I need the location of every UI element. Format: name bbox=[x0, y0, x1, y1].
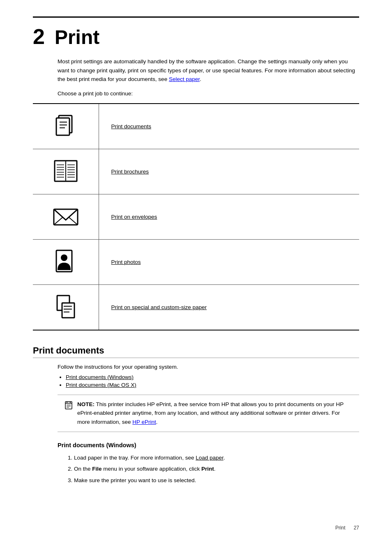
table-row: Print photos bbox=[33, 239, 359, 284]
load-paper-link[interactable]: Load paper bbox=[196, 455, 224, 461]
job-link-cell[interactable]: Print on envelopes bbox=[99, 194, 359, 239]
job-icon-cell bbox=[33, 194, 99, 239]
page-footer: Print 27 bbox=[335, 525, 359, 531]
job-link-cell[interactable]: Print brochures bbox=[99, 149, 359, 194]
note-box: NOTE: This printer includes HP ePrint, a… bbox=[58, 395, 359, 432]
select-paper-link[interactable]: Select paper bbox=[169, 76, 200, 82]
table-row: Print brochures bbox=[33, 149, 359, 194]
intro-paragraph: Most print settings are automatically ha… bbox=[58, 57, 359, 84]
svg-rect-25 bbox=[62, 303, 74, 318]
chapter-title: Print bbox=[55, 28, 99, 47]
choose-text: Choose a print job to continue: bbox=[58, 90, 359, 97]
footer-section: Print bbox=[335, 525, 346, 531]
job-link-cell[interactable]: Print photos bbox=[99, 239, 359, 284]
print-documents-heading: Print documents bbox=[33, 345, 359, 358]
print-documents-link[interactable]: Print documents bbox=[111, 123, 152, 129]
job-icon-cell bbox=[33, 239, 99, 284]
page: 2 Print Most print settings are automati… bbox=[0, 0, 392, 543]
note-text: NOTE: This printer includes HP ePrint, a… bbox=[77, 400, 353, 427]
jobs-table: Print documents bbox=[33, 103, 359, 330]
note-icon bbox=[64, 401, 73, 413]
print-windows-steps: Load paper in the tray. For more informa… bbox=[74, 453, 359, 485]
print-special-link[interactable]: Print on special and custom-size paper bbox=[111, 304, 207, 310]
print-photos-link[interactable]: Print photos bbox=[111, 259, 141, 265]
svg-rect-29 bbox=[65, 402, 72, 409]
footer-page: 27 bbox=[354, 525, 359, 531]
chapter-heading: 2 Print bbox=[33, 26, 359, 47]
chapter-number: 2 bbox=[33, 26, 45, 47]
photos-icon bbox=[51, 247, 80, 276]
job-link-cell[interactable]: Print documents bbox=[99, 104, 359, 149]
print-macosx-link[interactable]: Print documents (Mac OS X) bbox=[66, 382, 136, 388]
print-windows-heading: Print documents (Windows) bbox=[58, 442, 359, 448]
top-border bbox=[33, 16, 359, 18]
note-label: NOTE: bbox=[77, 401, 95, 407]
print-envelopes-link[interactable]: Print on envelopes bbox=[111, 214, 157, 220]
table-row: Print on special and custom-size paper bbox=[33, 284, 359, 330]
list-item: On the File menu in your software applic… bbox=[74, 464, 359, 474]
print-windows-link[interactable]: Print documents (Windows) bbox=[66, 374, 134, 380]
print-documents-bullets: Print documents (Windows) Print document… bbox=[66, 374, 359, 388]
hp-eprint-link[interactable]: HP ePrint bbox=[132, 419, 156, 425]
documents-icon bbox=[51, 111, 80, 140]
envelopes-icon bbox=[51, 202, 80, 231]
job-link-cell[interactable]: Print on special and custom-size paper bbox=[99, 284, 359, 330]
special-icon bbox=[51, 292, 80, 321]
brochures-icon bbox=[51, 157, 80, 185]
print-documents-intro: Follow the instructions for your operati… bbox=[58, 364, 359, 370]
list-item: Make sure the printer you want to use is… bbox=[74, 476, 359, 485]
job-icon-cell bbox=[33, 149, 99, 194]
svg-point-23 bbox=[61, 254, 67, 261]
svg-rect-19 bbox=[54, 209, 78, 225]
note-body: This printer includes HP ePrint, a free … bbox=[77, 401, 344, 425]
list-item: Print documents (Mac OS X) bbox=[66, 382, 359, 388]
job-icon-cell bbox=[33, 284, 99, 330]
print-brochures-link[interactable]: Print brochures bbox=[111, 169, 149, 175]
svg-rect-1 bbox=[56, 118, 69, 135]
job-icon-cell bbox=[33, 104, 99, 149]
table-row: Print on envelopes bbox=[33, 194, 359, 239]
list-item: Print documents (Windows) bbox=[66, 374, 359, 380]
table-row: Print documents bbox=[33, 104, 359, 149]
list-item: Load paper in the tray. For more informa… bbox=[74, 453, 359, 462]
